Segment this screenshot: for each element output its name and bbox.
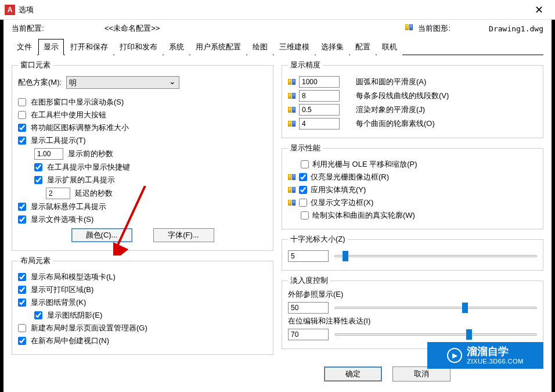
- resize-ribbon-label: 将功能区图标调整为标准大小: [31, 123, 129, 133]
- new-layout-setup-checkbox[interactable]: [18, 324, 26, 332]
- show-extended-label: 显示扩展的工具提示: [47, 175, 115, 185]
- true-silhouettes-checkbox[interactable]: [301, 211, 309, 220]
- fade-control-legend: 淡入度控制: [288, 275, 330, 286]
- large-buttons-checkbox[interactable]: [18, 111, 26, 119]
- show-filetabs-checkbox[interactable]: [18, 215, 26, 224]
- crosshair-size-group: 十字光标大小(Z): [282, 234, 543, 271]
- layout-elements-group: 布局元素 显示布局和模型选项卡(L) 显示可打印区域(B) 显示图纸背景(K) …: [12, 256, 273, 355]
- tab-profiles[interactable]: 配置: [350, 39, 376, 55]
- show-tooltips-checkbox[interactable]: [18, 136, 26, 145]
- show-shortcut-checkbox[interactable]: [34, 163, 42, 171]
- show-printable-label: 显示可打印区域(B): [31, 285, 93, 295]
- show-shortcut-label: 在工具提示中显示快捷键: [47, 162, 130, 172]
- show-scrollbars-label: 在图形窗口中显示滚动条(S): [31, 97, 124, 107]
- apply-solid-label: 应用实体填充(Y): [311, 185, 366, 195]
- fonts-button[interactable]: 字体(F)...: [153, 228, 214, 242]
- xref-display-slider[interactable]: [334, 303, 537, 313]
- create-viewport-label: 在新布局中创建视口(N): [31, 336, 109, 346]
- inplace-edit-input[interactable]: [288, 329, 329, 340]
- create-viewport-checkbox[interactable]: [18, 337, 26, 345]
- show-tooltips-label: 显示工具提示(T): [31, 135, 86, 146]
- inplace-edit-slider[interactable]: [334, 329, 537, 340]
- tab-file[interactable]: 文件: [12, 39, 37, 55]
- large-buttons-label: 在工具栏中使用大按钮: [31, 110, 106, 120]
- dwg-icon: [288, 187, 295, 193]
- xref-display-label: 外部参照显示(E): [288, 289, 537, 300]
- color-scheme-label: 配色方案(M):: [18, 77, 62, 88]
- segments-label: 每条多段线曲线的线段数(V): [356, 91, 449, 101]
- dwg-icon: [288, 79, 295, 85]
- text-frame-checkbox[interactable]: [299, 199, 307, 207]
- current-drawing-label: 当前图形:: [418, 23, 451, 34]
- show-paper-shadow-label: 显示图纸阴影(E): [47, 310, 102, 321]
- tab-display[interactable]: 显示: [38, 39, 64, 55]
- colors-button[interactable]: 颜色(C)...: [71, 228, 132, 242]
- ok-button[interactable]: 确定: [324, 366, 382, 382]
- tabs-bar: 文件 显示 打开和保存 打印和发布 系统 用户系统配置 绘图 三维建模 选择集 …: [12, 38, 543, 55]
- play-icon: ▶: [447, 348, 462, 363]
- show-paper-bg-label: 显示图纸背景(K): [31, 297, 86, 308]
- dialog-title: 选项: [19, 5, 34, 15]
- display-resolution-legend: 显示精度: [288, 60, 323, 70]
- watermark-name: 溜溜自学: [467, 346, 523, 358]
- window-elements-legend: 窗口元素: [18, 60, 53, 70]
- true-silhouettes-label: 绘制实体和曲面的真实轮廓(W): [312, 210, 415, 221]
- show-rollover-label: 显示鼠标悬停工具提示: [31, 202, 106, 212]
- crosshair-size-slider[interactable]: [334, 251, 537, 261]
- highlight-raster-checkbox[interactable]: [299, 173, 307, 181]
- tab-plot[interactable]: 打印和发布: [114, 39, 163, 55]
- arc-smoothness-label: 圆弧和圆的平滑度(A): [356, 77, 426, 87]
- current-profile-label: 当前配置:: [12, 23, 93, 34]
- show-paper-bg-checkbox[interactable]: [18, 299, 26, 307]
- watermark: ▶ 溜溜自学 ZIXUE.3D66.COM: [427, 342, 543, 369]
- tab-open-save[interactable]: 打开和保存: [65, 39, 113, 55]
- show-paper-shadow-checkbox[interactable]: [34, 311, 42, 319]
- seconds-before-input[interactable]: [34, 148, 63, 160]
- text-frame-label: 仅显示文字边框(X): [311, 197, 373, 208]
- display-performance-group: 显示性能 利用光栅与 OLE 平移和缩放(P) 仅亮显光栅图像边框(R) 应用实…: [282, 143, 543, 229]
- pan-zoom-checkbox[interactable]: [301, 160, 309, 168]
- dwg-icon: [288, 200, 295, 206]
- delay-seconds-input[interactable]: [46, 188, 70, 199]
- show-printable-checkbox[interactable]: [18, 286, 26, 294]
- watermark-url: ZIXUE.3D66.COM: [467, 358, 523, 365]
- crosshair-size-legend: 十字光标大小(Z): [288, 234, 348, 244]
- dwg-icon: [288, 121, 295, 127]
- show-extended-checkbox[interactable]: [34, 176, 42, 184]
- current-drawing-name: Drawing1.dwg: [489, 24, 543, 33]
- tab-drafting[interactable]: 绘图: [247, 39, 273, 55]
- xref-display-input[interactable]: [288, 302, 329, 314]
- tab-user-pref[interactable]: 用户系统配置: [190, 39, 246, 55]
- tab-selection[interactable]: 选择集: [316, 39, 349, 55]
- app-logo-icon: A: [5, 5, 15, 15]
- drawing-icon: [405, 24, 415, 33]
- apply-solid-checkbox[interactable]: [299, 186, 307, 194]
- render-smoothness-label: 渲染对象的平滑度(J): [356, 105, 425, 115]
- show-layout-tabs-checkbox[interactable]: [18, 273, 26, 281]
- new-layout-setup-label: 新建布局时显示页面设置管理器(G): [31, 323, 147, 333]
- color-scheme-select[interactable]: 明: [66, 76, 179, 89]
- display-resolution-group: 显示精度 圆弧和圆的平滑度(A) 每条多段线曲线的线段数(V) 渲染对象的平滑度…: [282, 60, 543, 138]
- seconds-before-label: 显示前的秒数: [68, 149, 113, 159]
- render-smoothness-input[interactable]: [299, 104, 340, 116]
- arc-smoothness-input[interactable]: [299, 76, 340, 88]
- fade-control-group: 淡入度控制 外部参照显示(E) 在位编辑和注释性表达(I): [282, 275, 543, 349]
- window-elements-group: 窗口元素 配色方案(M): 明 在图形窗口中显示滚动条(S) 在工具栏中使用大按…: [12, 60, 273, 251]
- show-scrollbars-checkbox[interactable]: [18, 98, 26, 106]
- current-profile-name: <<未命名配置>>: [104, 23, 394, 34]
- display-performance-legend: 显示性能: [288, 143, 323, 153]
- contour-lines-input[interactable]: [299, 118, 340, 130]
- layout-elements-legend: 布局元素: [18, 256, 53, 266]
- resize-ribbon-checkbox[interactable]: [18, 124, 26, 132]
- tab-3d[interactable]: 三维建模: [274, 39, 315, 55]
- tab-online[interactable]: 联机: [377, 39, 402, 55]
- show-filetabs-label: 显示文件选项卡(S): [31, 214, 93, 225]
- segments-input[interactable]: [299, 90, 340, 102]
- show-rollover-checkbox[interactable]: [18, 203, 26, 211]
- tab-system[interactable]: 系统: [164, 39, 189, 55]
- delay-seconds-label: 延迟的秒数: [75, 188, 113, 199]
- close-button[interactable]: ✕: [527, 1, 550, 19]
- crosshair-size-input[interactable]: [288, 250, 329, 262]
- inplace-edit-label: 在位编辑和注释性表达(I): [288, 316, 537, 326]
- highlight-raster-label: 仅亮显光栅图像边框(R): [311, 172, 389, 182]
